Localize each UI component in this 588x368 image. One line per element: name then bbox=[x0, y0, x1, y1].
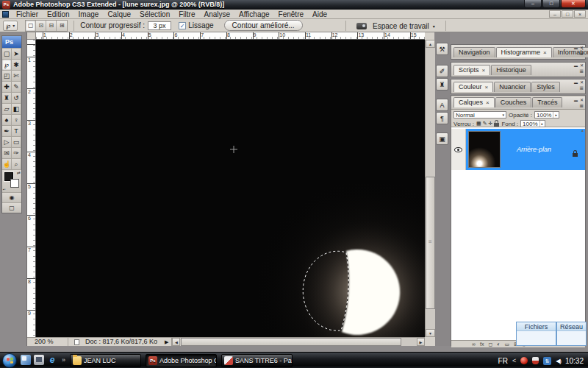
intersect-selection-button[interactable]: ⊞ bbox=[57, 21, 67, 31]
lock-transparency-icon[interactable]: ▦ bbox=[476, 121, 481, 127]
panel-minimize-icon[interactable]: ▬ bbox=[574, 98, 578, 102]
scroll-left-icon[interactable]: ◀ bbox=[172, 338, 180, 346]
volume-icon[interactable]: ◀) bbox=[556, 358, 561, 364]
tool-type[interactable]: T bbox=[12, 126, 21, 137]
taskbar-paint-button[interactable]: SANS TITRE6 - Paint bbox=[221, 354, 293, 367]
tab-couleur[interactable]: Couleur× bbox=[453, 82, 493, 92]
tool-brush[interactable]: ✎ bbox=[12, 82, 21, 93]
adjustment-layer-icon[interactable]: ◐ bbox=[497, 341, 500, 347]
layer-mask-icon[interactable]: ◻ bbox=[488, 341, 492, 347]
tab-calques[interactable]: Calques× bbox=[453, 97, 495, 107]
tool-notes[interactable]: ✉ bbox=[2, 148, 12, 159]
doc-minimize-button[interactable]: – bbox=[549, 10, 561, 18]
fill-input[interactable]: 100% ▸ bbox=[520, 120, 545, 127]
refine-edge-button[interactable]: Contour amélioré... bbox=[224, 20, 303, 31]
tool-rectangular-marquee[interactable]: ▢ bbox=[2, 49, 12, 60]
taskbar-ps-button[interactable]: PsAdobe Photoshop C... bbox=[146, 354, 217, 367]
toolbox-header[interactable]: Ps bbox=[2, 36, 21, 48]
menu-image[interactable]: Image bbox=[74, 10, 104, 18]
antialias-checkbox[interactable]: ✓ bbox=[179, 22, 186, 29]
clock[interactable]: 10:32 bbox=[565, 357, 584, 365]
panel-icon-character[interactable]: A bbox=[436, 99, 448, 111]
layer-group-icon[interactable]: ▭ bbox=[505, 341, 510, 347]
overlay-header[interactable]: Réseau bbox=[557, 322, 586, 331]
quick-mask-button[interactable]: ◉ bbox=[2, 192, 21, 202]
panel-close-icon[interactable]: ✕ bbox=[580, 45, 584, 50]
swap-colors-icon[interactable]: ⇄ bbox=[17, 170, 21, 175]
tab-histogramme[interactable]: Histogramme× bbox=[496, 47, 552, 57]
tool-eyedropper[interactable]: ✑ bbox=[12, 148, 21, 159]
spinner-icon[interactable]: ▸ bbox=[553, 112, 557, 118]
tool-path-selection[interactable]: ▷ bbox=[2, 137, 12, 148]
tool-blur[interactable]: ♠ bbox=[2, 115, 12, 126]
language-indicator[interactable]: FR bbox=[498, 357, 508, 365]
menu-aide[interactable]: Aide bbox=[308, 10, 331, 18]
tool-shape[interactable]: ▭ bbox=[12, 137, 21, 148]
list-scroll-up-icon[interactable]: ▲ bbox=[581, 128, 584, 132]
tab-nuancier[interactable]: Nuancier bbox=[494, 82, 531, 92]
tool-preset-picker[interactable]: ℘ ▾ bbox=[3, 21, 18, 31]
menu-fichier[interactable]: Fichier bbox=[12, 10, 43, 18]
scroll-up-icon[interactable]: ▲ bbox=[426, 40, 435, 48]
tool-gradient[interactable]: ◧ bbox=[12, 104, 21, 115]
layer-row[interactable]: Arrière-plan bbox=[451, 129, 585, 170]
quick-launch-icon[interactable] bbox=[34, 355, 44, 365]
panel-close-icon[interactable]: ✕ bbox=[580, 79, 584, 85]
tool-history-brush[interactable]: ↺ bbox=[12, 93, 21, 104]
panel-flyout-icon[interactable]: ≣ bbox=[579, 68, 584, 74]
internet-explorer-icon[interactable]: e bbox=[47, 355, 57, 365]
panel-icon-layer-comps[interactable]: ▣ bbox=[436, 132, 448, 145]
lock-all-icon[interactable] bbox=[494, 123, 499, 127]
lock-paint-icon[interactable]: ✎ bbox=[483, 121, 487, 127]
minimize-button[interactable]: – bbox=[524, 0, 542, 8]
doc-restore-button[interactable]: □ bbox=[562, 10, 573, 18]
tab-historique[interactable]: Historique bbox=[491, 65, 531, 75]
subtract-from-selection-button[interactable]: ⊟ bbox=[46, 21, 57, 31]
panel-icon-tool-presets[interactable]: ⚒ bbox=[436, 43, 448, 55]
panel-icon-brushes[interactable]: ✐ bbox=[436, 65, 448, 77]
security-tray-icon[interactable] bbox=[532, 357, 539, 364]
background-color-swatch[interactable] bbox=[10, 179, 19, 188]
workspace-switcher[interactable]: Espace de travail ▾ bbox=[345, 19, 446, 32]
menu-edition[interactable]: Edition bbox=[43, 10, 74, 18]
panel-icon-paragraph[interactable]: ¶ bbox=[436, 112, 448, 124]
panel-close-icon[interactable]: ✕ bbox=[580, 63, 584, 68]
maximize-button[interactable]: □ bbox=[542, 0, 560, 8]
tool-move[interactable]: ➤ bbox=[12, 49, 21, 60]
menu-analyse[interactable]: Analyse bbox=[199, 10, 234, 18]
new-selection-button[interactable]: ▢ bbox=[26, 21, 36, 31]
tool-pen[interactable]: ✒ bbox=[2, 126, 12, 137]
document-size[interactable]: Doc : 817,6 Ko/817,6 Ko bbox=[85, 338, 162, 346]
add-to-selection-button[interactable]: ⊡ bbox=[36, 21, 46, 31]
status-menu-icon[interactable]: ▶ bbox=[165, 339, 168, 345]
panel-minimize-icon[interactable]: ▬ bbox=[574, 46, 578, 50]
panel-close-icon[interactable]: ✕ bbox=[580, 97, 584, 102]
panel-flyout-icon[interactable]: ≣ bbox=[579, 51, 584, 57]
panel-icon-clone-source[interactable]: ♜ bbox=[436, 78, 448, 91]
vertical-ruler[interactable]: 123456789 bbox=[27, 40, 36, 337]
tool-zoom[interactable]: ⌕ bbox=[12, 159, 21, 170]
tool-clone-stamp[interactable]: ♜ bbox=[2, 93, 12, 104]
horizontal-ruler[interactable]: 123456789101112131415 bbox=[36, 32, 425, 40]
menu-affichage[interactable]: Affichage bbox=[234, 10, 274, 18]
image-canvas[interactable] bbox=[36, 40, 425, 337]
tray-chevron[interactable]: < bbox=[512, 357, 516, 364]
quick-launch-chevron[interactable]: » bbox=[62, 356, 65, 364]
panel-flyout-icon[interactable]: ≣ bbox=[579, 85, 584, 91]
tab-styles[interactable]: Styles bbox=[531, 82, 560, 92]
tab-scripts[interactable]: Scripts× bbox=[453, 65, 490, 75]
screen-mode-button[interactable]: ▢ bbox=[2, 202, 21, 213]
tool-crop[interactable]: ◰ bbox=[2, 71, 12, 82]
tab-navigation[interactable]: Navigation bbox=[453, 47, 495, 57]
menu-fenêtre[interactable]: Fenêtre bbox=[274, 10, 308, 18]
menu-sélection[interactable]: Sélection bbox=[135, 10, 174, 18]
start-button[interactable] bbox=[2, 353, 17, 368]
tool-dodge[interactable]: ♀ bbox=[12, 115, 21, 126]
lock-position-icon[interactable]: ✛ bbox=[489, 121, 493, 127]
opacity-input[interactable]: 100% ▸ bbox=[534, 111, 559, 118]
tool-eraser[interactable]: ▱ bbox=[2, 104, 12, 115]
vertical-scroll-thumb[interactable] bbox=[426, 177, 435, 309]
horizontal-scroll-thumb[interactable] bbox=[181, 338, 401, 346]
panel-flyout-icon[interactable]: ≣ bbox=[579, 103, 584, 109]
taskbar-folder-button[interactable]: JEAN LUC bbox=[70, 354, 141, 367]
